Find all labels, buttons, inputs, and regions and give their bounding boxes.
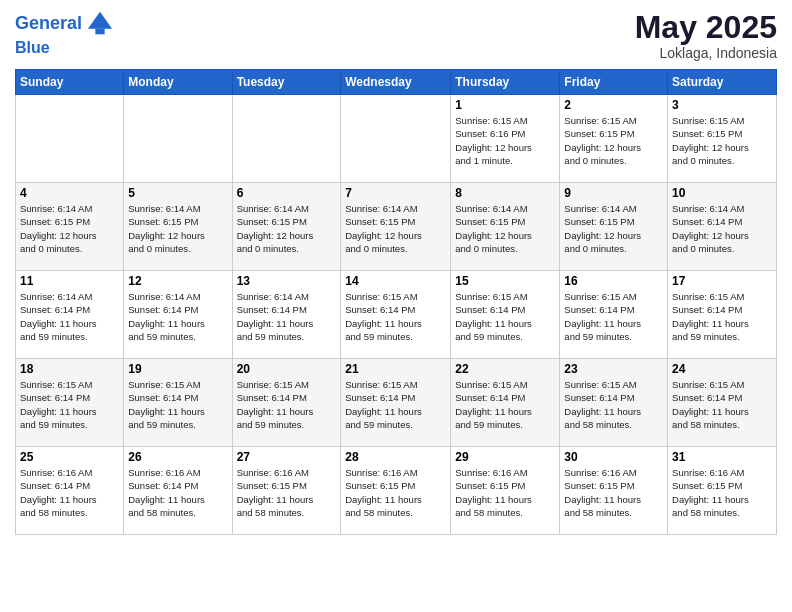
day-info: Sunrise: 6:15 AM Sunset: 6:14 PM Dayligh…: [345, 378, 446, 431]
calendar-cell: [16, 95, 124, 183]
day-info: Sunrise: 6:15 AM Sunset: 6:14 PM Dayligh…: [455, 378, 555, 431]
day-info: Sunrise: 6:15 AM Sunset: 6:14 PM Dayligh…: [564, 378, 663, 431]
day-info: Sunrise: 6:14 AM Sunset: 6:15 PM Dayligh…: [128, 202, 227, 255]
day-number: 7: [345, 186, 446, 200]
day-info: Sunrise: 6:15 AM Sunset: 6:14 PM Dayligh…: [20, 378, 119, 431]
day-number: 5: [128, 186, 227, 200]
calendar-cell: 25Sunrise: 6:16 AM Sunset: 6:14 PM Dayli…: [16, 447, 124, 535]
col-friday: Friday: [560, 70, 668, 95]
calendar-cell: 29Sunrise: 6:16 AM Sunset: 6:15 PM Dayli…: [451, 447, 560, 535]
logo-icon: [86, 10, 114, 38]
col-tuesday: Tuesday: [232, 70, 341, 95]
day-number: 28: [345, 450, 446, 464]
day-number: 22: [455, 362, 555, 376]
day-number: 14: [345, 274, 446, 288]
calendar-cell: 12Sunrise: 6:14 AM Sunset: 6:14 PM Dayli…: [124, 271, 232, 359]
logo: General Blue: [15, 10, 114, 57]
page-container: General Blue May 2025 Loklaga, Indonesia…: [0, 0, 792, 545]
day-info: Sunrise: 6:14 AM Sunset: 6:15 PM Dayligh…: [455, 202, 555, 255]
calendar-cell: 7Sunrise: 6:14 AM Sunset: 6:15 PM Daylig…: [341, 183, 451, 271]
location: Loklaga, Indonesia: [635, 45, 777, 61]
day-info: Sunrise: 6:16 AM Sunset: 6:14 PM Dayligh…: [128, 466, 227, 519]
calendar-cell: 21Sunrise: 6:15 AM Sunset: 6:14 PM Dayli…: [341, 359, 451, 447]
calendar-cell: 16Sunrise: 6:15 AM Sunset: 6:14 PM Dayli…: [560, 271, 668, 359]
calendar-cell: 1Sunrise: 6:15 AM Sunset: 6:16 PM Daylig…: [451, 95, 560, 183]
calendar-cell: 28Sunrise: 6:16 AM Sunset: 6:15 PM Dayli…: [341, 447, 451, 535]
calendar-cell: 26Sunrise: 6:16 AM Sunset: 6:14 PM Dayli…: [124, 447, 232, 535]
svg-rect-1: [95, 29, 104, 35]
col-monday: Monday: [124, 70, 232, 95]
day-info: Sunrise: 6:14 AM Sunset: 6:15 PM Dayligh…: [345, 202, 446, 255]
day-info: Sunrise: 6:15 AM Sunset: 6:14 PM Dayligh…: [237, 378, 337, 431]
calendar-week-row: 25Sunrise: 6:16 AM Sunset: 6:14 PM Dayli…: [16, 447, 777, 535]
day-number: 9: [564, 186, 663, 200]
day-info: Sunrise: 6:15 AM Sunset: 6:15 PM Dayligh…: [564, 114, 663, 167]
calendar-week-row: 4Sunrise: 6:14 AM Sunset: 6:15 PM Daylig…: [16, 183, 777, 271]
day-number: 13: [237, 274, 337, 288]
calendar-cell: 19Sunrise: 6:15 AM Sunset: 6:14 PM Dayli…: [124, 359, 232, 447]
logo-text-blue: Blue: [15, 38, 114, 57]
day-info: Sunrise: 6:14 AM Sunset: 6:14 PM Dayligh…: [672, 202, 772, 255]
day-info: Sunrise: 6:16 AM Sunset: 6:15 PM Dayligh…: [672, 466, 772, 519]
calendar-cell: 10Sunrise: 6:14 AM Sunset: 6:14 PM Dayli…: [668, 183, 777, 271]
day-info: Sunrise: 6:14 AM Sunset: 6:14 PM Dayligh…: [20, 290, 119, 343]
calendar-cell: 2Sunrise: 6:15 AM Sunset: 6:15 PM Daylig…: [560, 95, 668, 183]
day-info: Sunrise: 6:15 AM Sunset: 6:14 PM Dayligh…: [672, 378, 772, 431]
month-title: May 2025: [635, 10, 777, 45]
day-number: 21: [345, 362, 446, 376]
day-number: 10: [672, 186, 772, 200]
calendar-cell: 23Sunrise: 6:15 AM Sunset: 6:14 PM Dayli…: [560, 359, 668, 447]
calendar-cell: 4Sunrise: 6:14 AM Sunset: 6:15 PM Daylig…: [16, 183, 124, 271]
day-info: Sunrise: 6:14 AM Sunset: 6:14 PM Dayligh…: [237, 290, 337, 343]
day-info: Sunrise: 6:15 AM Sunset: 6:14 PM Dayligh…: [455, 290, 555, 343]
logo-text-general: General: [15, 13, 82, 35]
day-number: 15: [455, 274, 555, 288]
day-number: 16: [564, 274, 663, 288]
day-number: 19: [128, 362, 227, 376]
calendar-week-row: 11Sunrise: 6:14 AM Sunset: 6:14 PM Dayli…: [16, 271, 777, 359]
svg-marker-0: [88, 12, 112, 29]
day-number: 24: [672, 362, 772, 376]
day-info: Sunrise: 6:15 AM Sunset: 6:14 PM Dayligh…: [345, 290, 446, 343]
calendar-cell: 5Sunrise: 6:14 AM Sunset: 6:15 PM Daylig…: [124, 183, 232, 271]
day-info: Sunrise: 6:16 AM Sunset: 6:15 PM Dayligh…: [237, 466, 337, 519]
day-number: 17: [672, 274, 772, 288]
day-number: 26: [128, 450, 227, 464]
day-number: 31: [672, 450, 772, 464]
day-number: 4: [20, 186, 119, 200]
day-number: 8: [455, 186, 555, 200]
calendar-cell: 15Sunrise: 6:15 AM Sunset: 6:14 PM Dayli…: [451, 271, 560, 359]
day-info: Sunrise: 6:14 AM Sunset: 6:15 PM Dayligh…: [20, 202, 119, 255]
calendar-cell: 14Sunrise: 6:15 AM Sunset: 6:14 PM Dayli…: [341, 271, 451, 359]
calendar-header-row: Sunday Monday Tuesday Wednesday Thursday…: [16, 70, 777, 95]
calendar-cell: 11Sunrise: 6:14 AM Sunset: 6:14 PM Dayli…: [16, 271, 124, 359]
calendar-cell: 22Sunrise: 6:15 AM Sunset: 6:14 PM Dayli…: [451, 359, 560, 447]
header: General Blue May 2025 Loklaga, Indonesia: [15, 10, 777, 61]
calendar-cell: 31Sunrise: 6:16 AM Sunset: 6:15 PM Dayli…: [668, 447, 777, 535]
day-info: Sunrise: 6:15 AM Sunset: 6:14 PM Dayligh…: [564, 290, 663, 343]
day-number: 2: [564, 98, 663, 112]
day-number: 27: [237, 450, 337, 464]
day-number: 1: [455, 98, 555, 112]
calendar-cell: 13Sunrise: 6:14 AM Sunset: 6:14 PM Dayli…: [232, 271, 341, 359]
calendar-cell: 6Sunrise: 6:14 AM Sunset: 6:15 PM Daylig…: [232, 183, 341, 271]
day-info: Sunrise: 6:15 AM Sunset: 6:14 PM Dayligh…: [128, 378, 227, 431]
day-number: 20: [237, 362, 337, 376]
col-saturday: Saturday: [668, 70, 777, 95]
day-number: 30: [564, 450, 663, 464]
calendar-week-row: 1Sunrise: 6:15 AM Sunset: 6:16 PM Daylig…: [16, 95, 777, 183]
day-info: Sunrise: 6:14 AM Sunset: 6:14 PM Dayligh…: [128, 290, 227, 343]
calendar-cell: 20Sunrise: 6:15 AM Sunset: 6:14 PM Dayli…: [232, 359, 341, 447]
day-number: 11: [20, 274, 119, 288]
calendar-cell: 18Sunrise: 6:15 AM Sunset: 6:14 PM Dayli…: [16, 359, 124, 447]
day-info: Sunrise: 6:14 AM Sunset: 6:15 PM Dayligh…: [237, 202, 337, 255]
calendar-cell: 9Sunrise: 6:14 AM Sunset: 6:15 PM Daylig…: [560, 183, 668, 271]
day-number: 12: [128, 274, 227, 288]
title-area: May 2025 Loklaga, Indonesia: [635, 10, 777, 61]
calendar-cell: 24Sunrise: 6:15 AM Sunset: 6:14 PM Dayli…: [668, 359, 777, 447]
calendar-cell: 8Sunrise: 6:14 AM Sunset: 6:15 PM Daylig…: [451, 183, 560, 271]
calendar-cell: [341, 95, 451, 183]
day-info: Sunrise: 6:16 AM Sunset: 6:15 PM Dayligh…: [455, 466, 555, 519]
col-sunday: Sunday: [16, 70, 124, 95]
day-info: Sunrise: 6:16 AM Sunset: 6:14 PM Dayligh…: [20, 466, 119, 519]
